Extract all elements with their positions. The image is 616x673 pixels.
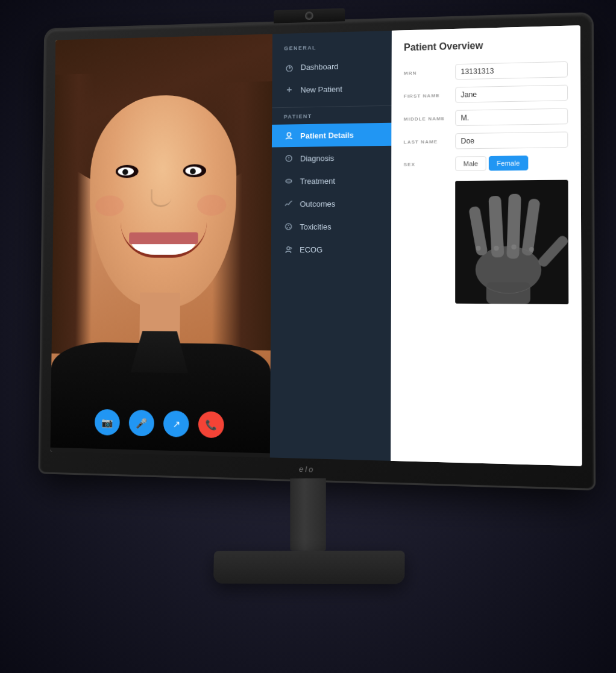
patient-details-icon [284, 130, 295, 141]
last-name-label: LAST NAME [404, 138, 448, 144]
monitor-stand-base [213, 550, 405, 583]
monitor-bezel: 📷 🎤 ↗ 📞 GENERAL [40, 14, 594, 489]
toxicities-icon [283, 221, 294, 232]
new-patient-icon: + [284, 84, 295, 95]
sidebar-item-treatment[interactable]: Treatment [271, 168, 391, 192]
mrn-input[interactable] [455, 61, 568, 80]
dashboard-icon [284, 61, 295, 72]
sidebar-item-ecog[interactable]: ECOG [271, 237, 391, 260]
monitor-brand: elo [299, 464, 315, 474]
patient-details-label: Patient Details [300, 130, 354, 140]
treatment-icon [283, 175, 294, 186]
video-panel: 📷 🎤 ↗ 📞 [50, 34, 272, 457]
last-name-form-group: LAST NAME [404, 131, 568, 149]
sidebar-item-outcomes[interactable]: Outcomes [271, 192, 391, 215]
first-name-input[interactable] [455, 84, 568, 102]
svg-rect-17 [486, 282, 530, 304]
outcomes-label: Outcomes [300, 199, 336, 208]
middle-name-label: MIDDLE NAME [404, 115, 448, 121]
sex-female-button[interactable]: Female [489, 155, 528, 171]
sex-group: Male Female [455, 155, 528, 171]
mrn-label: MRN [404, 69, 448, 76]
mic-button[interactable]: 🎤 [129, 409, 154, 436]
xray-hand-visual [455, 180, 568, 304]
sidebar-divider [272, 105, 391, 108]
new-patient-label: New Patient [300, 84, 342, 93]
sex-male-button[interactable]: Male [455, 156, 486, 171]
screen: 📷 🎤 ↗ 📞 GENERAL [50, 25, 582, 466]
share-button[interactable]: ↗ [163, 410, 189, 437]
svg-point-10 [288, 225, 289, 226]
sex-label: SEX [404, 161, 448, 167]
svg-point-6 [288, 159, 289, 160]
xray-image [455, 180, 568, 304]
sidebar-item-patient-details[interactable]: Patient Details [272, 122, 392, 147]
middle-name-form-group: MIDDLE NAME [404, 108, 568, 127]
sex-form-group: SEX Male Female [404, 155, 568, 171]
svg-point-3 [287, 133, 291, 136]
diagnosis-icon [283, 152, 294, 163]
first-name-form-group: FIRST NAME [404, 84, 568, 104]
sidebar-item-dashboard[interactable]: Dashboard [272, 53, 392, 78]
webcam-bar [274, 8, 345, 23]
toxicities-label: Toxicities [300, 222, 331, 231]
share-icon: ↗ [172, 418, 180, 429]
webcam-lens [305, 11, 313, 20]
outcomes-icon [283, 198, 294, 209]
video-controls: 📷 🎤 ↗ 📞 [51, 408, 270, 439]
camera-icon: 📷 [101, 416, 113, 428]
svg-point-9 [286, 224, 292, 230]
dashboard-label: Dashboard [301, 61, 339, 71]
sidebar-item-toxicities[interactable]: Toxicities [271, 214, 391, 238]
svg-point-12 [289, 227, 291, 228]
app-panel: GENERAL Dashboard [270, 25, 582, 466]
end-call-icon: 📞 [205, 419, 217, 430]
main-content: Patient Overview MRN FIRST NAME MIDDLE N… [391, 25, 582, 466]
monitor-wrapper: 📷 🎤 ↗ 📞 GENERAL [19, 20, 597, 653]
sidebar-item-diagnosis[interactable]: Diagnosis [272, 145, 392, 169]
camera-button[interactable]: 📷 [95, 408, 120, 435]
end-call-button[interactable]: 📞 [198, 411, 224, 438]
svg-point-11 [287, 227, 288, 228]
ecog-label: ECOG [300, 245, 322, 254]
diagnosis-label: Diagnosis [300, 153, 335, 163]
middle-name-input[interactable] [455, 108, 568, 126]
sidebar: GENERAL Dashboard [270, 30, 392, 460]
first-name-label: FIRST NAME [404, 92, 448, 98]
svg-point-13 [287, 246, 290, 249]
last-name-input[interactable] [455, 131, 568, 149]
page-title: Patient Overview [404, 38, 568, 53]
treatment-label: Treatment [300, 176, 335, 185]
svg-point-14 [290, 247, 292, 249]
mrn-form-group: MRN [404, 61, 568, 80]
ecog-icon [283, 244, 294, 255]
monitor-stand-neck [290, 478, 325, 550]
mic-icon: 🎤 [136, 417, 147, 428]
patient-video-feed [50, 34, 272, 453]
sidebar-item-new-patient[interactable]: + New Patient [272, 76, 391, 101]
